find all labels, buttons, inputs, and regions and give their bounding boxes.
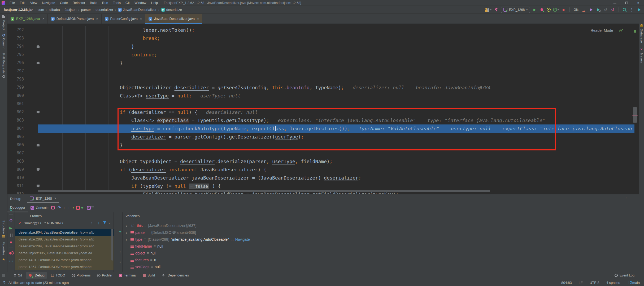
kebab-button[interactable] (629, 7, 634, 12)
code-line-805[interactable]: 805deserializer = parser.getConfig().get… (7, 133, 639, 141)
line-ending-widget[interactable]: LF (579, 281, 583, 285)
line-number[interactable]: 812 (7, 190, 24, 194)
toolwindow-button-terminal[interactable]: Terminal (116, 272, 139, 279)
frame-row[interactable]: parse:1401, DefaultJSONParser(com.alibab… (15, 256, 114, 263)
users-button[interactable]: ▾ (485, 7, 491, 12)
code-line-809[interactable]: 809if (deserializer instanceof JavaBeanD… (7, 166, 639, 174)
force-step-into-button[interactable] (67, 205, 71, 210)
menu-tools[interactable]: Tools (111, 1, 123, 5)
tab-DefaultJSONParser.java[interactable]: CDefaultJSONParser.java× (48, 14, 102, 24)
line-number[interactable]: 808 (7, 157, 24, 166)
rerun-button[interactable] (9, 207, 14, 212)
line-number[interactable]: 807 (7, 149, 24, 157)
code-line-807[interactable]: 807 (7, 149, 639, 157)
close-icon[interactable]: × (197, 17, 199, 21)
tool-window-switcher-icon[interactable] (2, 274, 5, 277)
settings-button[interactable] (9, 218, 14, 222)
toolwindow-button-build[interactable]: Build (140, 272, 158, 279)
step-into-button[interactable] (62, 205, 67, 210)
code-line-803[interactable]: 803Class<?> expectClass = TypeUtils.getC… (7, 116, 639, 124)
encoding-widget[interactable]: UTF-8 (590, 281, 599, 285)
drop-frame-button[interactable] (76, 206, 80, 210)
tab-console[interactable]: Console (28, 203, 51, 212)
menu-edit[interactable]: Edit (18, 1, 28, 5)
restore-layout-button[interactable] (51, 206, 55, 209)
sidebar-item-database[interactable]: Database (640, 24, 643, 43)
code-line-801[interactable]: 801 (7, 100, 639, 108)
close-icon[interactable]: × (140, 17, 142, 21)
more-h-button[interactable] (9, 259, 14, 263)
history-button[interactable] (603, 7, 608, 12)
layout-button[interactable] (91, 207, 94, 209)
vcs-push-protected-button[interactable] (596, 7, 601, 12)
breadcrumb-item-alibaba[interactable]: alibaba (49, 8, 60, 12)
line-number[interactable]: 809 (7, 166, 24, 174)
rollback-button[interactable] (610, 7, 615, 12)
search-button[interactable] (622, 7, 627, 12)
code-line-811[interactable]: 811if (typeKey != null = false ) { (7, 182, 639, 190)
line-number[interactable]: 804 (7, 124, 24, 133)
code-line-794[interactable]: 794} (7, 42, 639, 51)
more-options-button[interactable]: ⋮ (624, 197, 628, 201)
frame-row[interactable]: parseObject:395, DefaultJSONParser(com.a… (15, 249, 114, 256)
line-number[interactable]: 795 (7, 51, 24, 59)
variable-row-features[interactable]: features = 0 (123, 257, 639, 263)
frame-row[interactable]: parse:1367, DefaultJSONParser(com.alibab… (15, 263, 114, 270)
breadcrumb-item-fastjson-1.2.68.jar[interactable]: fastjson-1.2.68.jar (4, 8, 33, 12)
variable-row-this[interactable]: ›this = {JavaBeanDeserializer@637} (123, 222, 639, 229)
line-number[interactable]: 802 (7, 108, 24, 116)
code-line-795[interactable]: 795continue; (7, 51, 639, 59)
line-number[interactable]: 806 (7, 141, 24, 149)
sidebar-item-maven[interactable]: Maven (639, 47, 644, 63)
menu-code[interactable]: Code (58, 1, 70, 5)
caret-button[interactable]: ▾ (108, 221, 110, 225)
line-number[interactable]: 800 (7, 92, 24, 100)
frames-scrollbar[interactable] (111, 229, 113, 261)
down-arrow-button[interactable] (96, 221, 101, 225)
sidebar-item-pull-requests[interactable]: Pull Requests (2, 53, 5, 78)
hide-panel-button[interactable]: ― (632, 197, 635, 201)
step-over-button[interactable] (57, 205, 62, 210)
breadcrumb-item-deserialze[interactable]: mdeserialze (161, 8, 182, 12)
navigate-link[interactable]: Navigate (235, 237, 250, 242)
code-line-810[interactable]: 810JavaBeanDeserializer javaBeanDeserial… (7, 174, 639, 182)
maximize-button[interactable] (621, 0, 632, 6)
menu-refactor[interactable]: Refactor (71, 1, 87, 5)
expand-chevron-icon[interactable]: › (126, 237, 129, 242)
toolwindow-button-problems[interactable]: Problems (69, 272, 93, 279)
sidebar-item-favorites[interactable]: Favorites (1, 242, 6, 262)
up-arrow-button[interactable] (89, 221, 94, 225)
code-line-797[interactable]: 797 (7, 67, 639, 75)
view-breakpoints-button[interactable] (9, 251, 14, 256)
line-number[interactable]: 805 (7, 133, 24, 141)
sidebar-item-commit[interactable]: Commit (2, 34, 5, 50)
toolwindow-button-todo[interactable]: TODO (48, 272, 68, 279)
variable-row-setFlags[interactable]: setFlags = null (123, 263, 639, 270)
line-number[interactable]: 793 (7, 34, 24, 42)
line-number[interactable]: 811 (7, 182, 24, 190)
frame-row[interactable]: deserialze:288, JavaBeanDeserializer(com… (15, 236, 114, 243)
line-number[interactable]: 796 (7, 59, 24, 67)
stripe-toggle-button[interactable] (637, 7, 641, 12)
line-number[interactable]: 799 (7, 83, 24, 92)
close-icon[interactable]: × (96, 17, 98, 21)
variable-row-object[interactable]: object = null (123, 250, 639, 257)
frame-row[interactable]: deserialze:804, JavaBeanDeserializer(com… (15, 229, 114, 236)
menu-git[interactable]: Git (123, 1, 132, 5)
code-editor[interactable]: 792lexer.nextToken();793break;794}795con… (7, 24, 639, 194)
expand-chevron-icon[interactable]: › (126, 224, 129, 228)
close-icon[interactable]: × (42, 17, 44, 21)
menu-run[interactable]: Run (100, 1, 110, 5)
reader-mode-widget[interactable]: Reader Mode ✓✓ (591, 28, 623, 33)
line-number[interactable]: 798 (7, 75, 24, 83)
code-line-800[interactable]: 800Class<?> userType = null; userType: n… (7, 92, 639, 100)
resume-button[interactable] (9, 226, 14, 230)
code-line-806[interactable]: 806} (7, 141, 639, 149)
variable-row-type[interactable]: ›type = {Class@288} "interface java.lang… (123, 236, 639, 243)
stop-button[interactable] (561, 7, 566, 12)
caret-position-widget[interactable]: 804:83 (561, 281, 572, 285)
coverage-button[interactable] (547, 8, 551, 12)
tab-ParserConfig.java[interactable]: CParserConfig.java× (102, 14, 145, 24)
sidebar-item-structure[interactable]: Structure (2, 220, 5, 238)
tab-EXP_1268.java[interactable]: CEXP_1268.java× (7, 14, 48, 24)
